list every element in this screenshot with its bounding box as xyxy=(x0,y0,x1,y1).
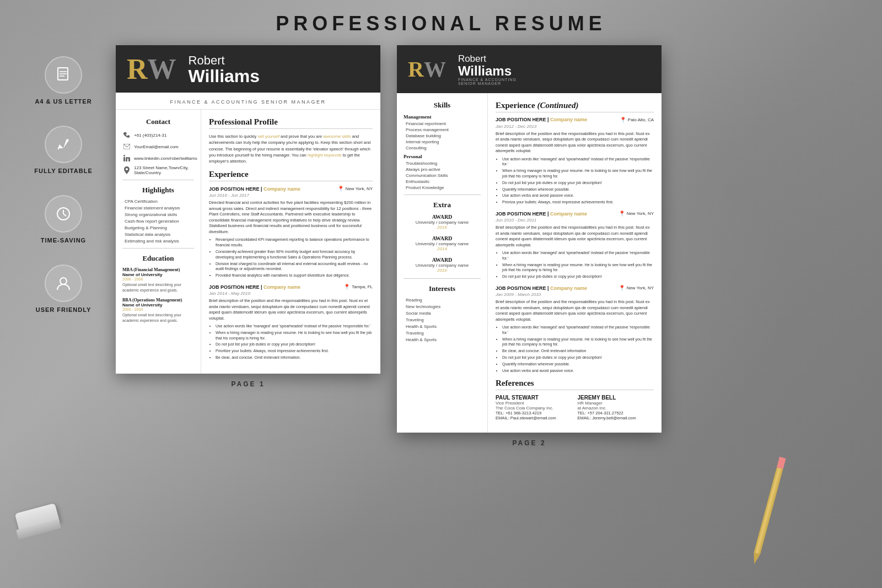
stapler-decoration xyxy=(17,478,61,544)
header-title-bar: FINANCE & ACCOUNTING SENIOR MANAGER xyxy=(116,93,380,110)
pencil-decoration xyxy=(751,457,786,565)
cont-b-0-1: When a hiring manager is reading your re… xyxy=(502,168,654,179)
skill-1-0: Troubleshooting xyxy=(404,161,481,166)
cont-b-2-2: Be clear, and concise. Omit irrelevant i… xyxy=(502,348,654,354)
ref-company-0: The Coca Cola Company Inc. xyxy=(496,406,572,411)
interest-3: Traveling xyxy=(404,317,481,322)
award-company-2: University / company name xyxy=(404,263,481,268)
award-title-1: AWARD xyxy=(404,235,481,241)
page1-content: R W Robert Williams FINANCE & ACCOUNTING… xyxy=(116,45,380,374)
last-name-2: Williams xyxy=(458,64,517,78)
ref-tel-0: TEL: +61 368-3213.4219 xyxy=(496,411,572,416)
interests-title: Interests xyxy=(404,284,481,293)
a4-icon xyxy=(45,56,82,94)
rw-logo: R W xyxy=(127,55,176,84)
header-name-2: Robert Williams FINANCE & ACCOUNTINGSENI… xyxy=(458,54,517,85)
cont-job-desc-2: Brief description of the position and th… xyxy=(496,299,654,322)
ref-role-0: Vice President xyxy=(496,401,572,406)
bullet-0-2: Division lead charged to coordinate all … xyxy=(216,261,373,272)
award-1: AWARD University / company name 2014 xyxy=(404,235,481,251)
page1-sidebar: Contact +61 (403)214-31 YourEmail@ema xyxy=(116,110,201,374)
award-year-2: 2010 xyxy=(404,268,481,273)
cont-bullets-0: Use action words like 'managed' and 'spe… xyxy=(496,157,654,205)
award-year-1: 2014 xyxy=(404,246,481,251)
email-text: YourEmail@email.com xyxy=(134,144,179,149)
cont-bullets-2: Use action words like 'managed' and 'spe… xyxy=(496,325,654,373)
email-item: YourEmail@email.com xyxy=(122,142,194,151)
ref-name-1: JEREMY BELL xyxy=(578,395,654,401)
a4-label: A4 & US LETTER xyxy=(35,98,92,105)
cont-b-1-1: When a hiring manager is reading your re… xyxy=(502,262,654,273)
job-title: FINANCE & ACCOUNTING SENIOR MANAGER xyxy=(170,99,326,105)
pages-container: R W Robert Williams FINANCE & ACCOUNTING… xyxy=(116,45,849,450)
user-icon xyxy=(45,265,82,302)
page2-main-content: Experience (Continued) JOB POSITION HERE… xyxy=(488,93,662,433)
bullet-1-0: Use action words like 'managed' and 'spe… xyxy=(216,323,373,329)
cont-b-1-0: Use action words like 'managed' and 'spe… xyxy=(502,250,654,261)
cont-b-2-5: Use action verbs and avoid passive voice… xyxy=(502,368,654,374)
divider-4 xyxy=(404,278,481,279)
email-icon xyxy=(122,142,131,151)
interest-2: Social media xyxy=(404,311,481,316)
edu-entry-0: MBA (Financial Management) Name of Unive… xyxy=(122,267,194,293)
header-name: Robert Williams xyxy=(189,54,260,85)
phone-item: +61 (403)214-31 xyxy=(122,131,194,139)
edu-desc-1: Optional small text describing your acad… xyxy=(122,312,194,323)
divider-1 xyxy=(122,180,194,180)
interest-0: Reading xyxy=(404,298,481,303)
job-desc-1: Brief description of the position and th… xyxy=(209,298,373,321)
highlight-0: CPA Certification xyxy=(122,199,194,204)
job-title-1: JOB POSITION HERE | Company name xyxy=(209,284,300,290)
cont-job-title-2: JOB POSITION HERE | Company name xyxy=(496,285,587,291)
cont-b-0-4: Use action verbs and avoid passive voice… xyxy=(502,193,654,198)
cont-job-desc-0: Brief description of the position and th… xyxy=(496,131,654,154)
pencil-body xyxy=(754,467,783,554)
edu-years-1: 2000 - 2004 xyxy=(122,308,194,311)
job-header-0: JOB POSITION HERE | Company name 📍 New Y… xyxy=(209,186,373,192)
edit-icon-item: FULLY EDITABLE xyxy=(34,126,92,174)
cont-b-0-2: Do not just list your job duties or copy… xyxy=(502,180,654,186)
cont-b-0-3: Quantify information wherever possible. xyxy=(502,187,654,192)
pin-icon-0: 📍 xyxy=(337,186,344,192)
cont-job-1: JOB POSITION HERE | Company name 📍 New Y… xyxy=(496,211,654,279)
cont-job-header-0: JOB POSITION HERE | Company name 📍 Palo … xyxy=(496,117,654,123)
cont-job-dates-1: Jun 2010 - Dec 2011 xyxy=(496,218,654,223)
skill-1-4: Product Knowledge xyxy=(404,185,481,190)
linkedin-text: www.linkedin.com/robertwilliams xyxy=(134,156,197,161)
skill-1-3: Enthusiastic xyxy=(404,179,481,184)
job-company-0: Company name xyxy=(263,186,300,192)
highlight-4: Budgeting & Planning xyxy=(122,225,194,230)
cont-job-0: JOB POSITION HERE | Company name 📍 Palo … xyxy=(496,117,654,205)
award-company-1: University / company name xyxy=(404,241,481,246)
cont-job-dates-0: Jan 2012 - Dec 2013 xyxy=(496,124,654,129)
interest-6: Health & Sports xyxy=(404,337,481,342)
ref-email-0: EMAIL: Paul.stewart@email.com xyxy=(496,416,572,420)
cont-b-2-0: Use action words like 'managed' and 'spe… xyxy=(502,325,654,336)
linkedin-icon xyxy=(122,154,131,163)
cont-bullets-1: Use action words like 'managed' and 'spe… xyxy=(496,250,654,279)
cont-job-header-1: JOB POSITION HERE | Company name 📍 New Y… xyxy=(496,211,654,217)
edit-label: FULLY EDITABLE xyxy=(34,168,92,174)
cont-b-2-1: When a hiring manager is reading your re… xyxy=(502,337,654,348)
exp-continued-title: Experience (Continued) xyxy=(496,101,654,112)
page2-label: PAGE 2 xyxy=(397,433,662,450)
ref-1: JEREMY BELL HR Manager at Amazon Inc. TE… xyxy=(578,395,654,420)
edu-degree-1: BBA (Operations Management) xyxy=(122,298,194,303)
highlight-2: Strong organizational skills xyxy=(122,212,194,217)
user-label: USER FRIENDLY xyxy=(36,306,92,313)
phone-icon xyxy=(122,131,131,139)
address-text: 123 Street Name,Town/City, State/Country xyxy=(134,165,194,175)
ref-name-0: PAUL STEWART xyxy=(496,395,572,401)
bullet-0-1: Consistently achieved greater than 90% m… xyxy=(216,249,373,260)
svg-rect-9 xyxy=(123,157,125,161)
edu-years-0: 2006 - 2008 xyxy=(122,277,194,281)
bullet-0-3: Provided financial analytics with narrat… xyxy=(216,273,373,278)
rw-logo-2: R W xyxy=(408,58,446,80)
user-icon-item: USER FRIENDLY xyxy=(36,265,92,313)
page1-header: R W Robert Williams xyxy=(116,45,380,93)
page1-body: Contact +61 (403)214-31 YourEmail@ema xyxy=(116,110,380,374)
award-company-0: University / company name xyxy=(404,220,481,225)
ref-0: PAUL STEWART Vice President The Coca Col… xyxy=(496,395,572,420)
page2-content: R W Robert Williams FINANCE & ACCOUNTING… xyxy=(397,45,662,433)
interest-5: Traveling xyxy=(404,331,481,336)
